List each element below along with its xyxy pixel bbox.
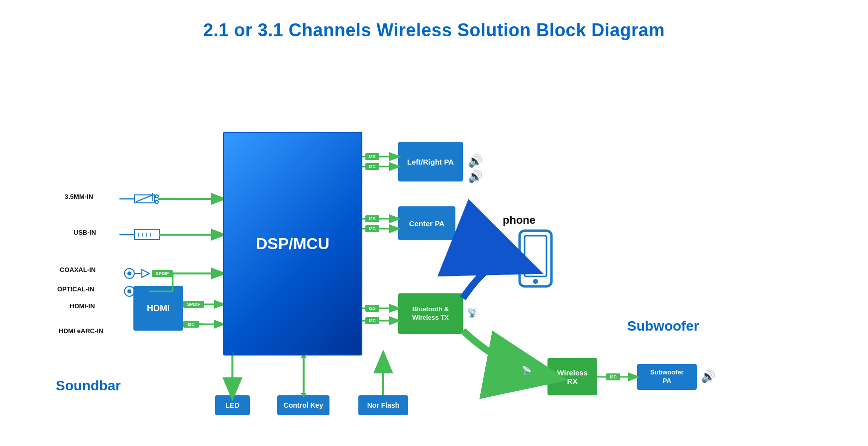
subwoofer-pa-block: SubwooferPA [637,364,697,390]
lr-pa-block: Left/Right PA [398,142,463,181]
svg-text:🔊: 🔊 [701,369,716,383]
svg-text:I2C: I2C [188,322,195,327]
input-optical-label: OPTICAL-IN [57,285,94,293]
svg-rect-40 [365,153,379,160]
hdmi-label: HDMI [147,303,170,314]
input-coaxal-label: COAXAL-IN [60,266,96,273]
svg-marker-21 [142,269,149,277]
subwoofer-label: Subwoofer [627,318,699,334]
svg-text:I2S: I2S [369,216,376,221]
svg-rect-22 [152,270,173,277]
bt-wireless-block: Bluetooth &Wireless TX [398,293,463,334]
svg-rect-55 [365,317,379,324]
svg-text:SPDIF: SPDIF [156,271,169,276]
svg-text:📡: 📡 [467,307,478,318]
svg-text:🔊: 🔊 [468,154,483,168]
svg-rect-69 [606,373,620,380]
svg-rect-49 [365,225,379,232]
svg-text:SPDIF: SPDIF [187,302,201,307]
led-label: LED [225,401,239,409]
wireless-rx-block: WirelessRX [547,358,597,395]
nor-flash-block: Nor Flash [358,395,408,415]
svg-text:I2S: I2S [369,154,376,159]
svg-point-26 [127,289,131,293]
svg-text:📡: 📡 [522,365,532,375]
svg-rect-36 [183,321,199,328]
svg-rect-52 [365,305,379,312]
svg-text:I2C: I2C [610,374,617,379]
svg-rect-32 [183,301,204,308]
diagram-arrows: SPDIF SPDIF I2C I2S I2C I2S [0,55,868,446]
lr-pa-label: Left/Right PA [407,158,454,166]
svg-point-9 [155,200,158,203]
svg-rect-1 [525,236,546,276]
phone-icon [518,229,553,288]
led-block: LED [215,395,250,415]
svg-point-25 [124,286,134,296]
svg-rect-43 [365,163,379,170]
phone-label: phone [503,214,536,227]
diagram-container: DSP/MCU Left/Right PA Center PA Bluetoot… [0,55,868,446]
control-key-block: Control Key [277,395,329,415]
input-hdmi-earc-label: HDMI eARC-IN [59,327,104,335]
hdmi-block: HDMI [133,286,183,331]
center-pa-block: Center PA [398,206,455,240]
svg-point-8 [155,195,158,198]
nor-flash-label: Nor Flash [367,401,400,409]
svg-point-2 [533,279,538,284]
dsp-mcu-label: DSP/MCU [256,235,329,253]
svg-text:I2S: I2S [369,306,376,311]
svg-text:I2C: I2C [369,318,376,323]
subwoofer-pa-label: SubwooferPA [650,368,683,385]
control-key-label: Control Key [284,401,323,409]
input-35mm-label: 3.5MM-IN [65,193,93,200]
svg-text:I2C: I2C [369,164,376,169]
svg-rect-12 [134,230,159,240]
dsp-mcu-block: DSP/MCU [223,132,362,356]
svg-text:🔊: 🔊 [468,169,483,183]
svg-rect-46 [365,215,379,222]
svg-point-19 [127,271,131,275]
center-pa-label: Center PA [409,219,444,228]
svg-rect-4 [134,195,154,203]
svg-point-18 [124,268,134,278]
svg-line-5 [136,195,153,202]
input-hdmi-label: HDMI-IN [70,302,95,310]
wireless-rx-label: WirelessRX [557,368,588,385]
input-usb-label: USB-IN [74,229,96,236]
soundbar-label: Soundbar [56,378,121,394]
svg-text:I2C: I2C [369,226,376,231]
page-title: 2.1 or 3.1 Channels Wireless Solution Bl… [0,0,868,41]
svg-text:🔊: 🔊 [460,215,475,230]
bt-wireless-label: Bluetooth &Wireless TX [412,305,449,322]
